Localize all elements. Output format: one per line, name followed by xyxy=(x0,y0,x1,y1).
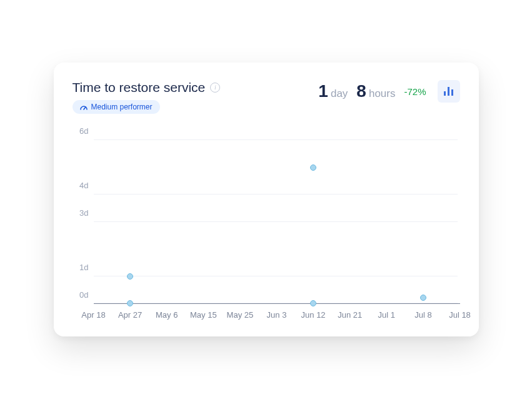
svg-rect-3 xyxy=(451,89,453,96)
chart-area: 6d4d3d1d0d xyxy=(73,140,460,304)
info-icon[interactable]: i xyxy=(210,83,220,93)
y-tick-label: 1d xyxy=(79,263,88,272)
title-row: Time to restore service i xyxy=(73,80,221,95)
metric-hours-value: 8 xyxy=(356,81,366,101)
x-tick-label: Apr 18 xyxy=(81,310,105,320)
x-tick-label: Jun 21 xyxy=(338,310,362,320)
x-tick-label: Jul 18 xyxy=(449,310,471,320)
performer-badge[interactable]: Medium performer xyxy=(73,100,160,114)
metric-hours: 8 hours xyxy=(356,81,395,101)
x-tick-label: Jun 12 xyxy=(301,310,326,320)
y-tick-label: 0d xyxy=(79,290,88,300)
card-header: Time to restore service i Medium perform… xyxy=(73,80,460,114)
svg-line-0 xyxy=(84,107,86,109)
card-title: Time to restore service xyxy=(73,80,206,95)
data-point[interactable] xyxy=(420,295,426,301)
metric-hours-unit: hours xyxy=(369,88,396,100)
performer-badge-label: Medium performer xyxy=(91,103,153,111)
y-tick-label: 3d xyxy=(79,208,88,218)
metric-days-value: 1 xyxy=(318,81,328,101)
chart-plot xyxy=(94,140,460,304)
x-tick-label: Jul 1 xyxy=(378,310,395,320)
data-point[interactable] xyxy=(127,273,133,280)
data-point[interactable] xyxy=(127,300,133,306)
x-tick-label: May 15 xyxy=(190,310,217,320)
metrics-row: 1 day 8 hours -72% xyxy=(318,80,459,103)
gridline xyxy=(94,303,458,303)
data-point[interactable] xyxy=(310,164,316,171)
chart-type-button[interactable] xyxy=(438,80,460,103)
metric-card: Time to restore service i Medium perform… xyxy=(54,63,479,336)
x-tick-label: May 6 xyxy=(156,310,178,320)
metric-delta: -72% xyxy=(404,86,426,97)
x-tick-label: Jul 8 xyxy=(414,310,431,320)
x-tick-label: Apr 27 xyxy=(118,310,142,320)
svg-rect-2 xyxy=(448,87,449,96)
y-tick-label: 4d xyxy=(79,181,88,190)
svg-rect-1 xyxy=(444,91,446,96)
gridline xyxy=(94,221,458,222)
metric-days-unit: day xyxy=(331,88,348,100)
x-tick-label: May 25 xyxy=(227,310,254,320)
x-tick-label: Jun 3 xyxy=(267,310,287,320)
y-tick-label: 6d xyxy=(79,126,88,136)
x-axis: Apr 18Apr 27May 6May 15May 25Jun 3Jun 12… xyxy=(94,310,460,321)
gridline xyxy=(94,194,458,194)
title-block: Time to restore service i Medium perform… xyxy=(73,80,221,114)
gridline xyxy=(94,139,458,140)
bar-chart-icon xyxy=(443,86,454,96)
gridline xyxy=(94,276,458,276)
gauge-icon xyxy=(80,104,88,110)
data-point[interactable] xyxy=(310,300,316,306)
metric-days: 1 day xyxy=(318,81,348,101)
y-axis: 6d4d3d1d0d xyxy=(73,140,94,304)
